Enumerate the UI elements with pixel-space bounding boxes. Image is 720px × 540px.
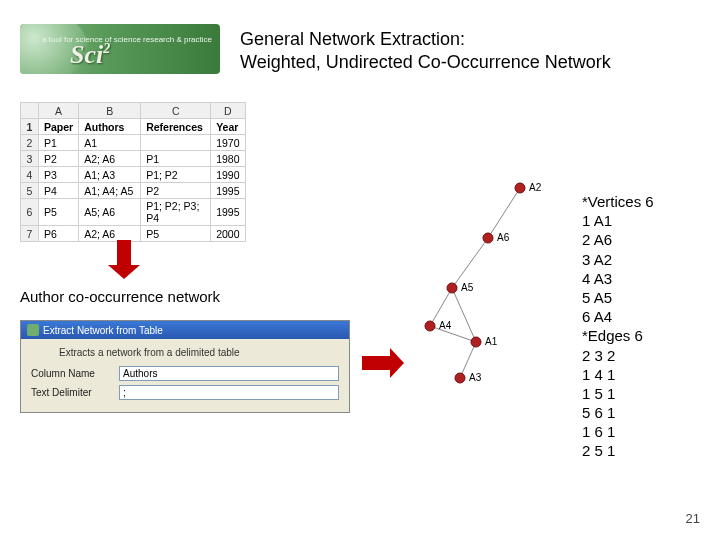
dialog-description: Extracts a network from a delimited tabl…	[59, 347, 339, 358]
header-cell: Authors	[79, 119, 141, 135]
col-head: A	[39, 103, 79, 119]
svg-point-6	[515, 183, 525, 193]
svg-line-0	[488, 188, 520, 238]
cell: P5	[39, 199, 79, 226]
svg-line-3	[452, 288, 476, 342]
table-row: 2P1A11970	[21, 135, 246, 151]
extract-dialog: Extract Network from Table Extracts a ne…	[20, 320, 350, 413]
svg-point-12	[425, 321, 435, 331]
sci2-logo: Sci2 a tool for science of science resea…	[20, 24, 220, 74]
svg-point-16	[455, 373, 465, 383]
cell: 1980	[211, 151, 245, 167]
svg-point-10	[447, 283, 457, 293]
cell: P5	[141, 226, 211, 242]
cell: A1	[79, 135, 141, 151]
header-cell: Paper	[39, 119, 79, 135]
cell: 1970	[211, 135, 245, 151]
dialog-titlebar: Extract Network from Table	[21, 321, 349, 339]
row-head: 2	[21, 135, 39, 151]
cell: 1995	[211, 199, 245, 226]
table-row: 6P5A5; A6P1; P2; P3; P41995	[21, 199, 246, 226]
svg-text:A6: A6	[497, 232, 510, 243]
cell: 1995	[211, 183, 245, 199]
logo-tagline: a tool for science of science research &…	[42, 36, 212, 45]
row-head: 4	[21, 167, 39, 183]
cell: P1	[141, 151, 211, 167]
table-corner	[21, 103, 39, 119]
page-number: 21	[686, 511, 700, 526]
svg-line-1	[452, 238, 488, 288]
pajek-output: *Vertices 6 1 A1 2 A6 3 A2 4 A3 5 A5 6 A…	[582, 192, 654, 461]
cell: 1990	[211, 167, 245, 183]
cell: 2000	[211, 226, 245, 242]
table-row: 4P3A1; A3P1; P21990	[21, 167, 246, 183]
row-head: 7	[21, 226, 39, 242]
cell: A1; A4; A5	[79, 183, 141, 199]
svg-text:A1: A1	[485, 336, 498, 347]
subtitle: Author co-occurrence network	[20, 288, 220, 305]
table-row: 3P2A2; A6P11980	[21, 151, 246, 167]
cell: P2	[39, 151, 79, 167]
cell: A5; A6	[79, 199, 141, 226]
svg-text:A2: A2	[529, 182, 542, 193]
dialog-title: Extract Network from Table	[43, 325, 163, 336]
svg-text:A3: A3	[469, 372, 482, 383]
network-graph: A2A6A5A4A1A3	[410, 178, 570, 388]
arrow-down-icon	[108, 240, 140, 279]
col-head: B	[79, 103, 141, 119]
column-name-label: Column Name	[31, 368, 119, 379]
row-head: 6	[21, 199, 39, 226]
data-table: A B C D 1 Paper Authors References Year …	[20, 102, 246, 242]
header-cell: References	[141, 119, 211, 135]
svg-point-14	[471, 337, 481, 347]
cell: A1; A3	[79, 167, 141, 183]
svg-text:A5: A5	[461, 282, 474, 293]
cell: P1	[39, 135, 79, 151]
cell: P6	[39, 226, 79, 242]
column-name-field[interactable]: Authors	[119, 366, 339, 381]
cell: P1; P2	[141, 167, 211, 183]
row-head: 5	[21, 183, 39, 199]
row-head: 1	[21, 119, 39, 135]
table-row: 5P4A1; A4; A5P21995	[21, 183, 246, 199]
svg-text:A4: A4	[439, 320, 452, 331]
dialog-icon	[27, 324, 39, 336]
cell: P4	[39, 183, 79, 199]
header-cell: Year	[211, 119, 245, 135]
svg-point-8	[483, 233, 493, 243]
cell: P1; P2; P3; P4	[141, 199, 211, 226]
cell: A2; A6	[79, 151, 141, 167]
cell: P3	[39, 167, 79, 183]
col-head: C	[141, 103, 211, 119]
cell	[141, 135, 211, 151]
row-head: 3	[21, 151, 39, 167]
cell: P2	[141, 183, 211, 199]
delimiter-field[interactable]: ;	[119, 385, 339, 400]
arrow-right-icon	[362, 348, 404, 378]
delimiter-label: Text Delimiter	[31, 387, 119, 398]
svg-line-4	[430, 326, 476, 342]
slide-title: General Network Extraction: Weighted, Un…	[240, 28, 611, 75]
col-head: D	[211, 103, 245, 119]
